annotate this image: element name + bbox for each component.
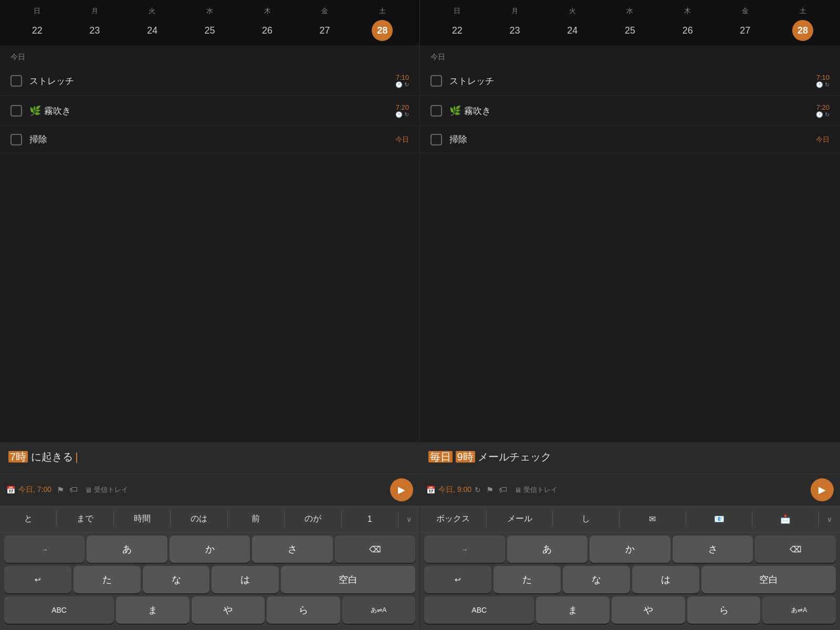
flag-icon-left[interactable]: ⚑ (57, 485, 64, 495)
key-ha-right[interactable]: は (632, 566, 699, 593)
key-delete-left[interactable]: ⌫ (335, 536, 415, 563)
key-a-left[interactable]: あ (87, 536, 167, 563)
task-mist-left[interactable]: 🌿 霧吹き 7:20 🕐 ↻ (0, 96, 419, 126)
input-suffix-left: に起きる (31, 451, 73, 463)
key-space-left[interactable]: 空白 (281, 566, 415, 593)
key-delete-right[interactable]: ⌫ (755, 536, 836, 563)
key-abc-right[interactable]: ABC (424, 596, 534, 624)
key-ya-left[interactable]: や (192, 596, 265, 624)
pred-made-left[interactable]: まで (57, 511, 113, 527)
day-label-thu: 木 (257, 6, 278, 16)
day-label-fri: 金 (314, 6, 335, 16)
pred-noga-left[interactable]: のが (285, 511, 341, 527)
key-a-right[interactable]: あ (507, 536, 588, 563)
flag-icon-right[interactable]: ⚑ (486, 485, 494, 495)
day-28-left[interactable]: 28 (372, 20, 393, 41)
task-stretch-left[interactable]: ストレッチ 7:10 🕐 ↻ (0, 66, 419, 96)
key-space-right[interactable]: 空白 (701, 566, 836, 593)
key-return-right[interactable]: ↩ (424, 566, 491, 593)
keyboard-row2-right: ↩ た な は 空白 (422, 566, 838, 593)
day-27-right[interactable]: 27 (734, 20, 755, 41)
key-ra-right[interactable]: ら (687, 596, 761, 624)
key-ta-left[interactable]: た (74, 566, 141, 593)
day-22-left[interactable]: 22 (27, 20, 48, 41)
pred-to-left[interactable]: と (0, 511, 57, 527)
key-ka-right[interactable]: か (590, 536, 670, 563)
key-ta-right[interactable]: た (494, 566, 561, 593)
key-misc-left[interactable]: あ⇌A (342, 596, 415, 624)
pred-mail-right[interactable]: メール (487, 511, 553, 527)
day-24-left[interactable]: 24 (142, 20, 163, 41)
day-27-left[interactable]: 27 (314, 20, 335, 41)
task-checkbox-mist-right[interactable] (430, 105, 442, 117)
key-sa-right[interactable]: さ (673, 536, 753, 563)
send-button-left[interactable]: ▶ (390, 478, 413, 501)
day-26-left[interactable]: 26 (257, 20, 278, 41)
day-26-right[interactable]: 26 (677, 20, 698, 41)
toolbar-inbox-left[interactable]: 🖥 受信トレイ (85, 485, 128, 495)
toolbar-date-right[interactable]: 📅 今日, 9:00 ↻ (426, 485, 481, 495)
pred-jikan-left[interactable]: 時間 (114, 511, 171, 527)
day-23-left[interactable]: 23 (84, 20, 105, 41)
day-label-sun: 日 (27, 6, 48, 16)
input-area-right[interactable]: 毎日 9時 メールチェック (420, 442, 840, 474)
task-mist-right[interactable]: 🌿 霧吹き 7:20 🕐 ↻ (420, 96, 840, 126)
key-ka-left[interactable]: か (170, 536, 250, 563)
task-checkbox-mist-left[interactable] (10, 105, 22, 117)
task-checkbox-clean-left[interactable] (10, 134, 22, 145)
calendar-icon-left: 📅 (6, 486, 15, 494)
key-ma-left[interactable]: ま (116, 596, 189, 624)
day-25-right[interactable]: 25 (620, 20, 640, 41)
pred-shi-right[interactable]: し (553, 511, 620, 527)
day-label-sat: 土 (372, 6, 393, 16)
key-arrow-left[interactable]: → (4, 536, 85, 563)
key-ma-right[interactable]: ま (536, 596, 610, 624)
day-label-mon-r: 月 (505, 6, 526, 16)
key-arrow-right[interactable]: → (424, 536, 505, 563)
task-clean-left[interactable]: 掃除 今日 (0, 126, 419, 153)
tag-icon-left[interactable]: 🏷 (69, 485, 78, 495)
keyboard-right: → あ か さ ⌫ ↩ た な は 空白 ABC ま や ら あ⇌A (420, 532, 840, 630)
send-button-right[interactable]: ▶ (811, 478, 834, 501)
key-sa-left[interactable]: さ (252, 536, 332, 563)
day-28-right[interactable]: 28 (792, 20, 813, 41)
toolbar-inbox-right[interactable]: 🖥 受信トレイ (514, 485, 558, 495)
task-checkbox-stretch-left[interactable] (10, 75, 22, 87)
tag-icon-right[interactable]: 🏷 (499, 485, 507, 495)
key-na-right[interactable]: な (563, 566, 630, 593)
task-stretch-right[interactable]: ストレッチ 7:10 🕐 ↻ (420, 66, 840, 96)
task-emoji-mist-left: 🌿 (29, 105, 41, 117)
key-ra-left[interactable]: ら (267, 596, 340, 624)
task-icons-stretch-left: 🕐 ↻ (395, 81, 409, 88)
toolbar-date-left[interactable]: 📅 今日, 7:00 (6, 485, 51, 495)
task-icons-mist-left: 🕐 ↻ (395, 111, 409, 118)
inbox-icon-right: 🖥 (514, 486, 521, 494)
pred-expand-left[interactable]: ∨ (398, 515, 419, 523)
prediction-bar-left: と まで 時間 のは 前 のが 1 ∨ (0, 506, 419, 532)
inbox-text-left: 受信トレイ (94, 485, 128, 495)
pred-box-right[interactable]: ボックス (420, 511, 487, 527)
task-clean-right[interactable]: 掃除 今日 (420, 126, 840, 153)
pred-mail2-right[interactable]: 📧 (686, 512, 753, 526)
key-ya-right[interactable]: や (612, 596, 685, 624)
pred-noha-left[interactable]: のは (171, 511, 227, 527)
pred-expand-right[interactable]: ∨ (819, 515, 840, 523)
pred-mail3-right[interactable]: 📩 (752, 512, 819, 526)
pred-1-left[interactable]: 1 (342, 512, 398, 526)
pred-mail1-right[interactable]: ✉ (620, 512, 686, 526)
task-time-clean-right: 今日 (816, 135, 830, 144)
key-na-left[interactable]: な (143, 566, 210, 593)
day-22-right[interactable]: 22 (447, 20, 468, 41)
day-23-right[interactable]: 23 (505, 20, 526, 41)
task-checkbox-clean-right[interactable] (430, 134, 442, 145)
key-ha-left[interactable]: は (212, 566, 279, 593)
day-labels-left: 日 月 火 水 木 金 土 (8, 6, 411, 16)
input-area-left[interactable]: 7時 に起きる (0, 442, 419, 474)
key-misc-right[interactable]: あ⇌A (762, 596, 836, 624)
day-24-right[interactable]: 24 (562, 20, 583, 41)
day-25-left[interactable]: 25 (199, 20, 220, 41)
key-return-left[interactable]: ↩ (4, 566, 71, 593)
task-checkbox-stretch-right[interactable] (430, 75, 442, 87)
key-abc-left[interactable]: ABC (4, 596, 114, 624)
pred-mae-left[interactable]: 前 (228, 511, 285, 527)
